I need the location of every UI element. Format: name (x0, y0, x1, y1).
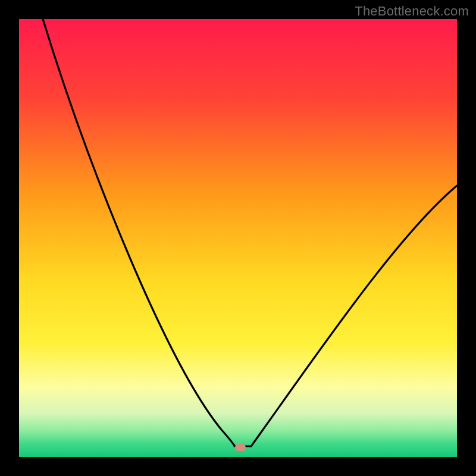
chart-frame: TheBottleneck.com (0, 0, 476, 476)
optimal-point-marker (235, 444, 246, 451)
gradient-background (19, 19, 457, 457)
watermark-text: TheBottleneck.com (355, 4, 469, 19)
svg-rect-0 (19, 19, 457, 457)
plot-area (19, 19, 457, 457)
